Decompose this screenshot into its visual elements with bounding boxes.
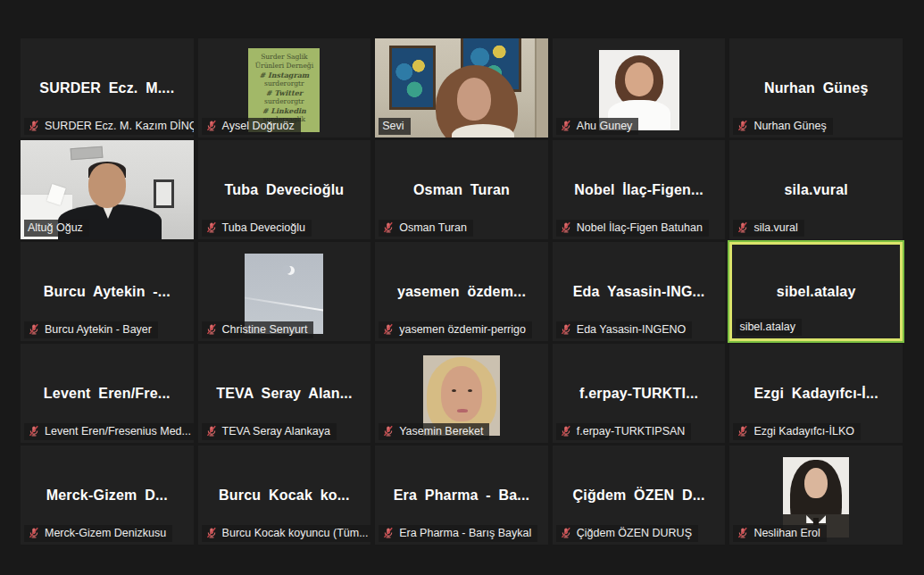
participant-tile-era-pharma-bar-baykal[interactable]: Era Pharma - Ba... Era Pharma - Barış Ba… xyxy=(375,446,548,545)
participant-name-label: Neslihan Erol xyxy=(753,527,820,539)
mic-muted-icon xyxy=(560,425,572,438)
participant-name-label: Christine Senyurt xyxy=(222,323,308,336)
participant-tile-yasemin-bereket[interactable]: Yasemin Bereket xyxy=(375,344,548,443)
mic-muted-icon xyxy=(560,527,572,539)
participant-tile-burcu-aytekin-bayer[interactable]: Burcu Aytekin -... Burcu Aytekin - Bayer xyxy=(21,242,194,341)
participant-tile-sibel-atalay-active-speaker[interactable]: sibel.atalay sibel.atalay xyxy=(729,242,903,341)
door-frame xyxy=(535,38,548,138)
participant-tile-ezgi-kaday-fc-i-lko[interactable]: Ezgi Kadayıfcı-İ... Ezgi Kadayıfcı-İLKO xyxy=(729,344,903,443)
participant-tile-surder-ecz-m-kaz-m-di-n[interactable]: SURDER Ecz. M.... SURDER Ecz. M. Kazım D… xyxy=(21,38,194,138)
surder-card-line: surderorgtr xyxy=(248,79,320,88)
participant-name-tag: Nurhan Güneş xyxy=(733,118,832,135)
participant-name-tag: Çiğdem ÖZEN DURUŞ xyxy=(556,525,698,542)
mic-muted-icon xyxy=(28,527,40,539)
participant-name-label: Nurhan Güneş xyxy=(753,120,826,132)
surder-card-line: Ürünleri Derneği xyxy=(248,62,320,71)
participant-tile-nobel-i-la-figen-batuhan[interactable]: Nobel İlaç-Figen... Nobel İlaç-Figen Bat… xyxy=(553,140,726,239)
participant-tile-i-dem-zen-duru[interactable]: Çiğdem ÖZEN D... Çiğdem ÖZEN DURUŞ xyxy=(553,446,726,545)
mic-muted-icon xyxy=(737,120,749,132)
participant-name-tag: yasemen özdemir-perrigo xyxy=(379,321,532,338)
mic-muted-icon xyxy=(737,425,749,438)
person-face xyxy=(441,366,482,421)
participant-name-tag: Levent Eren/Fresenius Med... xyxy=(24,423,194,440)
participant-name-tag: Sevi xyxy=(379,118,410,135)
mic-muted-icon xyxy=(205,221,218,234)
participant-tile-merck-gizem-denizkusu[interactable]: Merck-Gizem D... Merck-Gizem Denizkusu xyxy=(21,446,194,545)
participant-tile-osman-turan[interactable]: Osman Turan Osman Turan xyxy=(375,140,548,239)
participant-name-label: Osman Turan xyxy=(399,221,467,234)
participant-tile-eda-yasasin-ingeno[interactable]: Eda Yasasin-ING... Eda Yasasin-INGENO xyxy=(553,242,726,341)
participant-name-label: Nobel İlaç-Figen Batuhan xyxy=(577,221,703,234)
ceiling-vent xyxy=(71,146,104,160)
participant-name-tag: TEVA Seray Alankaya xyxy=(202,423,337,440)
participant-name-label: Eda Yasasin-INGENO xyxy=(577,323,687,336)
participant-tile-burcu-kocak-koyuncu-t-m[interactable]: Burcu Kocak ko... Burcu Kocak koyuncu (T… xyxy=(198,446,371,545)
person-face xyxy=(625,62,653,96)
surder-card-line: Surder Saglik xyxy=(248,53,320,62)
participant-tile-levent-eren-fresenius-med[interactable]: Levent Eren/Fre... Levent Eren/Fresenius… xyxy=(21,344,194,443)
mic-muted-icon xyxy=(737,221,749,234)
mic-muted-icon xyxy=(560,221,572,234)
participant-tile-tuba-devecio-lu[interactable]: Tuba Devecioğlu Tuba Devecioğlu xyxy=(198,140,371,239)
mic-muted-icon xyxy=(205,527,218,539)
participant-name-tag: sibel.atalay xyxy=(736,319,802,336)
participant-name-tag: Eda Yasasin-INGENO xyxy=(556,321,693,338)
participant-name-tag: Osman Turan xyxy=(379,220,473,237)
participant-name-tag: SURDER Ecz. M. Kazım DİNÇ xyxy=(24,118,194,135)
participant-name-label: Era Pharma - Barış Baykal xyxy=(399,527,531,539)
participant-name-tag: Altuğ Oğuz xyxy=(24,220,89,237)
participant-name-label: Levent Eren/Fresenius Med... xyxy=(45,425,191,438)
participant-name-label: Tuba Devecioğlu xyxy=(222,221,305,234)
person-face xyxy=(457,78,491,121)
mic-muted-icon xyxy=(205,120,218,132)
crescent-moon xyxy=(286,266,295,275)
participant-tile-sevi[interactable]: Sevi xyxy=(375,38,548,138)
participant-name-tag: Neslihan Erol xyxy=(733,525,826,542)
participant-tile-teva-seray-alankaya[interactable]: TEVA Seray Alan... TEVA Seray Alankaya xyxy=(198,344,371,443)
participant-name-label: sibel.atalay xyxy=(739,321,795,333)
mic-muted-icon xyxy=(28,323,40,336)
participant-name-tag: Era Pharma - Barış Baykal xyxy=(379,525,537,542)
mic-muted-icon xyxy=(28,425,40,438)
participant-tile-sila-vural[interactable]: sila.vural sila.vural xyxy=(729,140,903,239)
participant-name-label: Merck-Gizem Denizkusu xyxy=(45,527,166,539)
participant-name-label: SURDER Ecz. M. Kazım DİNÇ xyxy=(45,120,194,132)
participant-tile-nurhan-g-ne[interactable]: Nurhan Güneş Nurhan Güneş xyxy=(729,38,903,138)
participant-tile-ahu-guney[interactable]: Ahu Guney xyxy=(553,38,726,138)
participant-name-label: Burcu Aytekin - Bayer xyxy=(45,323,152,336)
participant-name-label: Ezgi Kadayıfcı-İLKO xyxy=(753,425,854,438)
person-face xyxy=(88,163,126,208)
participant-tile-neslihan-erol[interactable]: Neslihan Erol xyxy=(729,446,903,545)
person-lips xyxy=(457,409,468,412)
person-eye xyxy=(468,389,472,392)
person-face xyxy=(804,468,828,498)
participant-name-tag: Ezgi Kadayıfcı-İLKO xyxy=(733,423,861,440)
mic-muted-icon xyxy=(205,323,218,336)
participant-tile-f-erpay-turktipsan[interactable]: f.erpay-TURKTI... f.erpay-TURKTIPSAN xyxy=(553,344,726,443)
participant-name-tag: Merck-Gizem Denizkusu xyxy=(24,525,172,542)
surder-card-line: # Twitter xyxy=(248,88,320,97)
participant-name-tag: Nobel İlaç-Figen Batuhan xyxy=(556,220,709,237)
participant-tile-yasemen-zdemir-perrigo[interactable]: yasemen özdem... yasemen özdemir-perrigo xyxy=(375,242,548,341)
participant-name-label: Aysel Doğruöz xyxy=(222,120,295,132)
mic-muted-icon xyxy=(382,527,395,539)
surder-card-line: # Instagram xyxy=(248,71,320,79)
surder-card-line: # Linkedin xyxy=(248,106,320,115)
participant-tile-aysel-do-ru-z[interactable]: Surder SaglikÜrünleri Derneği# Instagram… xyxy=(198,38,371,138)
mic-muted-icon xyxy=(28,120,40,132)
participant-tile-christine-senyurt[interactable]: Christine Senyurt xyxy=(198,242,371,341)
participant-name-label: Yasemin Bereket xyxy=(399,425,483,438)
framed-painting xyxy=(389,46,436,110)
participant-name-tag: Ahu Guney xyxy=(556,118,639,135)
participant-name-label: Sevi xyxy=(382,120,404,132)
collar-knot xyxy=(813,518,819,525)
jet-contrail xyxy=(245,296,323,312)
participant-name-label: Altuğ Oğuz xyxy=(28,221,83,234)
participant-tile-altu-o-uz[interactable]: Altuğ Oğuz xyxy=(21,140,194,239)
participant-name-label: f.erpay-TURKTIPSAN xyxy=(577,425,686,438)
participant-gallery: SURDER Ecz. M.... SURDER Ecz. M. Kazım D… xyxy=(21,38,903,545)
participant-name-tag: Yasemin Bereket xyxy=(379,423,489,440)
mic-muted-icon xyxy=(560,120,572,132)
participant-name-tag: Burcu Kocak koyuncu (Tüm... xyxy=(202,525,371,542)
mic-muted-icon xyxy=(737,527,749,539)
